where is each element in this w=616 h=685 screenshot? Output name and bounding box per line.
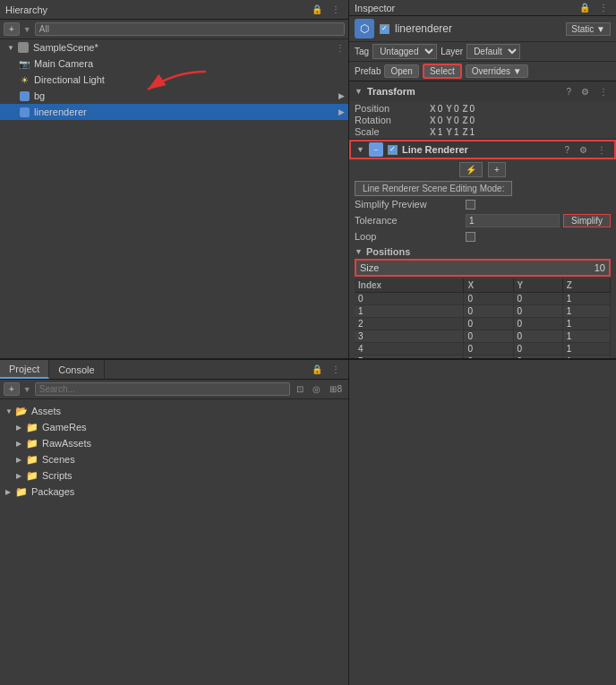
lr-tool-button-1[interactable]: ⚡ [459, 162, 483, 177]
table-row[interactable]: 1001 [355, 305, 611, 318]
rotation-label: Rotation [355, 115, 426, 125]
positions-table: Index X Y Z 0001100120013001400150016001… [355, 278, 611, 358]
folder-item-assets[interactable]: ▼📂Assets [0, 403, 348, 419]
simplify-preview-checkbox[interactable] [466, 200, 475, 210]
object-active-checkbox[interactable] [380, 24, 389, 34]
project-count-badge: ⊞8 [327, 383, 345, 395]
hierarchy-item-bg-label: bg [34, 90, 45, 101]
project-filter-icon-1[interactable]: ⊡ [294, 383, 306, 395]
table-row[interactable]: 3001 [355, 330, 611, 343]
folder-icon: 📁 [15, 486, 28, 498]
hierarchy-item-linerenderer[interactable]: linerenderer ▶ [0, 104, 348, 120]
folder-item-packages[interactable]: ▶📁Packages [0, 484, 348, 500]
inspector-lock-icon[interactable]: 🔒 [577, 2, 593, 13]
loop-label: Loop [355, 231, 462, 242]
table-row[interactable]: 2001 [355, 318, 611, 330]
table-row[interactable]: 0001 [355, 293, 611, 305]
folder-name-assets: Assets [31, 406, 61, 416]
prefab-overrides-button[interactable]: Overrides ▼ [466, 64, 528, 78]
size-label: Size [360, 262, 595, 273]
hierarchy-add-button[interactable]: + [4, 22, 20, 36]
tolerance-row: Tolerance Simplify [349, 212, 616, 228]
lr-help-icon[interactable]: ? [561, 144, 572, 156]
folder-name-packages: Packages [31, 486, 74, 497]
tolerance-label: Tolerance [355, 215, 462, 226]
prefab-open-button[interactable]: Open [384, 64, 418, 78]
inspector-title: Inspector [355, 3, 395, 13]
lr-active-checkbox[interactable] [388, 145, 398, 155]
tag-dropdown[interactable]: Untagged [372, 44, 437, 59]
project-add-button[interactable]: + [4, 382, 20, 396]
project-menu-icon[interactable]: ⋮ [329, 364, 343, 375]
static-dropdown[interactable]: Static ▼ [566, 22, 611, 36]
transform-help-icon[interactable]: ? [563, 86, 574, 98]
hierarchy-item-directionallight-label: Directional Light [34, 74, 105, 85]
col-header-x: X [464, 278, 513, 293]
simplify-button[interactable]: Simplify [563, 214, 611, 227]
tolerance-input[interactable] [466, 214, 560, 227]
inspector-panel: Inspector 🔒 ⋮ ⬡ linerenderer Static ▼ Ta… [349, 0, 616, 358]
transform-label: Transform [367, 86, 560, 97]
tab-project[interactable]: Project [0, 360, 49, 379]
object-name[interactable]: linerenderer [395, 22, 560, 35]
bg-arrow-right: ▶ [338, 91, 348, 100]
hierarchy-lock-icon[interactable]: 🔒 [309, 4, 325, 15]
rotation-values: X0 Y0 Z0 [430, 115, 611, 125]
transform-settings-icon[interactable]: ⚙ [578, 86, 592, 98]
lr-label: Line Renderer [402, 144, 558, 155]
folder-item-scenes[interactable]: ▶📁Scenes [0, 451, 348, 467]
hierarchy-item-linerenderer-label: linerenderer [34, 107, 87, 117]
hierarchy-all-filter[interactable]: All [35, 22, 345, 36]
lr-settings-icon[interactable]: ⚙ [577, 144, 590, 156]
folder-icon: 📁 [26, 438, 38, 450]
object-icon: ⬡ [355, 19, 374, 39]
lr-menu-icon[interactable]: ⋮ [595, 144, 609, 156]
inspector-header-icons: 🔒 ⋮ [577, 2, 611, 13]
folder-name-scripts: Scripts [42, 470, 73, 481]
transform-grid: Position X0 Y0 Z0 Rotation X0 Y0 Z0 Scal… [349, 101, 616, 139]
folder-item-scripts[interactable]: ▶📁Scripts [0, 467, 348, 484]
size-row: Size 10 [355, 259, 611, 277]
project-search-input[interactable] [35, 382, 291, 396]
hierarchy-item-bg[interactable]: bg ▶ [0, 88, 348, 104]
prefab-label: Prefab [355, 66, 381, 76]
folder-arrow: ▶ [16, 440, 23, 448]
folder-icon: 📂 [15, 406, 28, 417]
table-row[interactable]: 4001 [355, 343, 611, 355]
object-header-row: ⬡ linerenderer Static ▼ [349, 16, 616, 42]
scale-label: Scale [355, 126, 426, 137]
lr-toolbar-area: ⚡ + [349, 159, 616, 180]
loop-checkbox[interactable] [466, 232, 475, 242]
project-tree: ▼📂Assets▶📁GameRes▶📁RawAssets▶📁Scenes▶📁Sc… [0, 399, 348, 685]
transform-title-row: ▼ Transform ? ⚙ ⋮ [349, 81, 616, 101]
transform-menu-icon[interactable]: ⋮ [596, 86, 611, 98]
lr-tool-button-2[interactable]: + [488, 162, 506, 177]
line-renderer-section: ▼ ~ Line Renderer ? ⚙ ⋮ ⚡ + Line Rendere… [349, 140, 616, 358]
folder-item-gameres[interactable]: ▶📁GameRes [0, 419, 348, 435]
project-header-icons: 🔒 ⋮ [309, 364, 348, 375]
project-filter-icon-2[interactable]: ◎ [310, 383, 323, 395]
project-lock-icon[interactable]: 🔒 [309, 364, 325, 375]
console-panel [349, 360, 616, 685]
project-toolbar: + ▼ ⊡ ◎ ⊞8 [0, 380, 348, 399]
hierarchy-item-directionallight[interactable]: ☀ Directional Light [0, 72, 348, 88]
lr-title-row: ▼ ~ Line Renderer ? ⚙ ⋮ [349, 140, 616, 159]
hierarchy-item-maincamera[interactable]: 📷 Main Camera [0, 56, 348, 72]
inspector-menu-icon[interactable]: ⋮ [596, 2, 611, 13]
hierarchy-title: Hierarchy [5, 4, 47, 15]
object-active-checkbox-area [380, 24, 389, 34]
hierarchy-item-samplescene[interactable]: ▼ SampleScene* ⋮ [0, 39, 348, 56]
hierarchy-menu-icon[interactable]: ⋮ [329, 4, 343, 15]
folder-arrow: ▶ [16, 456, 23, 464]
positions-header: ▼ Positions [355, 244, 611, 259]
layer-dropdown[interactable]: Default [466, 44, 520, 59]
scene-menu-icon[interactable]: ⋮ [336, 43, 348, 53]
folder-item-rawassets[interactable]: ▶📁RawAssets [0, 435, 348, 451]
prefab-row: Prefab Open Select Overrides ▼ [349, 62, 616, 81]
col-header-index: Index [355, 278, 464, 293]
col-header-y: Y [513, 278, 562, 293]
col-header-z: Z [562, 278, 610, 293]
simplify-preview-row: Simplify Preview [349, 196, 616, 212]
tab-console[interactable]: Console [49, 360, 104, 379]
prefab-select-button[interactable]: Select [423, 64, 462, 79]
